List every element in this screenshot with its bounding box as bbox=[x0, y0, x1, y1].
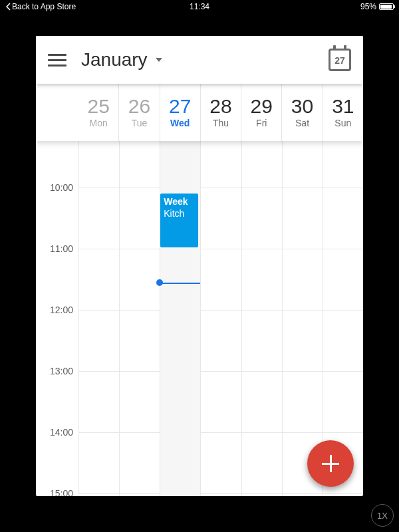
day-number: 31 bbox=[332, 96, 354, 116]
day-of-week: Sat bbox=[295, 118, 309, 128]
day-header-tue[interactable]: 26Tue bbox=[118, 84, 159, 141]
current-time-indicator bbox=[160, 283, 200, 284]
current-time-dot bbox=[156, 279, 163, 286]
day-number: 27 bbox=[169, 96, 191, 116]
day-header-sun[interactable]: 31Sun bbox=[323, 84, 363, 141]
app-header: January 27 bbox=[36, 36, 363, 84]
calendar-app: January 27 25Mon26Tue27Wed28Thu29Fri30Sa… bbox=[36, 36, 363, 496]
event-subtitle: Kitch bbox=[164, 208, 195, 220]
day-of-week: Fri bbox=[256, 118, 267, 128]
hour-label: 10:00 bbox=[50, 182, 73, 193]
day-of-week: Thu bbox=[213, 118, 229, 128]
today-icon-day: 27 bbox=[329, 49, 351, 71]
day-header-mon[interactable]: 25Mon bbox=[78, 84, 118, 141]
menu-button[interactable] bbox=[48, 51, 66, 69]
time-grid[interactable]: 10:0011:0012:0013:0014:0015:00 WeekKitch bbox=[36, 141, 363, 496]
event-title: Week bbox=[164, 196, 195, 208]
day-number: 26 bbox=[128, 96, 150, 116]
status-time: 11:34 bbox=[190, 2, 209, 11]
chevron-down-icon bbox=[154, 55, 164, 65]
create-event-button[interactable] bbox=[307, 440, 354, 487]
day-number: 28 bbox=[209, 96, 231, 116]
hour-gutter: 10:0011:0012:0013:0014:0015:00 bbox=[36, 141, 78, 496]
back-label: Back to App Store bbox=[12, 2, 76, 11]
day-of-week: Mon bbox=[90, 118, 108, 128]
ios-status-bar: Back to App Store 11:34 95% bbox=[0, 0, 399, 13]
hour-label: 14:00 bbox=[50, 427, 73, 438]
day-number: 30 bbox=[291, 96, 313, 116]
day-header-wed[interactable]: 27Wed bbox=[160, 84, 200, 141]
hamburger-icon bbox=[48, 54, 66, 56]
hour-label: 12:00 bbox=[50, 305, 73, 315]
week-day-header: 25Mon26Tue27Wed28Thu29Fri30Sat31Sun bbox=[36, 84, 363, 141]
day-of-week: Wed bbox=[170, 118, 190, 128]
today-button[interactable]: 27 bbox=[329, 49, 351, 71]
day-header-fri[interactable]: 29Fri bbox=[241, 84, 281, 141]
calendar-event[interactable]: WeekKitch bbox=[160, 194, 198, 247]
battery-icon bbox=[379, 3, 394, 10]
hour-label: 13:00 bbox=[50, 366, 73, 376]
zoom-1x-badge[interactable]: 1X bbox=[371, 504, 394, 527]
day-of-week: Tue bbox=[132, 118, 148, 128]
month-label: January bbox=[81, 49, 148, 70]
day-number: 29 bbox=[251, 96, 273, 116]
month-picker[interactable]: January bbox=[81, 49, 164, 70]
back-to-app-store[interactable]: Back to App Store bbox=[5, 2, 76, 11]
day-of-week: Sun bbox=[334, 118, 351, 128]
hour-label: 11:00 bbox=[50, 243, 73, 254]
day-number: 25 bbox=[87, 96, 109, 116]
battery-percent: 95% bbox=[360, 2, 376, 11]
chevron-left-icon bbox=[5, 3, 11, 11]
day-header-sat[interactable]: 30Sat bbox=[281, 84, 322, 141]
hour-label: 15:00 bbox=[50, 488, 73, 496]
day-header-thu[interactable]: 28Thu bbox=[200, 84, 241, 141]
